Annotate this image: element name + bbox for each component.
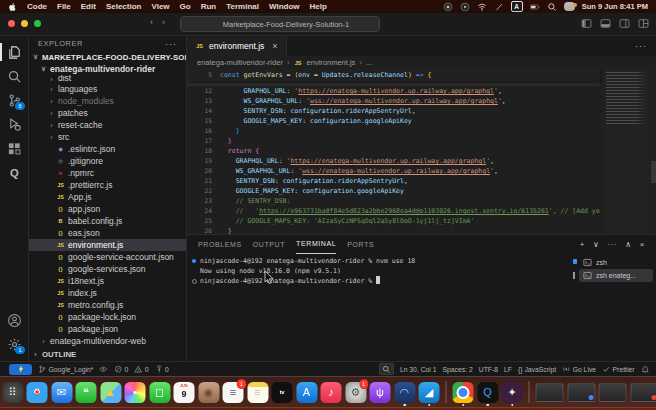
breadcrumb-item[interactable]: ... — [366, 58, 372, 67]
dock-maps[interactable]: ▲ — [100, 382, 121, 403]
panel-more-icon[interactable]: ··· — [607, 240, 617, 249]
go-live-icon[interactable]: Go Live — [562, 365, 596, 374]
dock-mail[interactable]: ✉ — [51, 382, 72, 403]
menu-item-help[interactable]: Help — [310, 2, 327, 11]
tree-item-eas-json[interactable]: {}eas.json — [29, 227, 186, 239]
dock-music[interactable]: ♪ — [321, 382, 342, 403]
dock-slack[interactable]: ✦ — [502, 382, 523, 403]
history-back-button[interactable]: ‹ — [150, 17, 153, 27]
dock-app-store[interactable]: A — [296, 382, 317, 403]
dock-minimized-window[interactable] — [567, 383, 595, 402]
menu-item-window[interactable]: Window — [269, 2, 300, 11]
apple-menu-icon[interactable] — [8, 2, 17, 12]
tree-item-reset-cache[interactable]: ›reset-cache — [29, 119, 186, 131]
tree-item-package-json[interactable]: {}package.json — [29, 323, 186, 335]
tree-item--npmrc[interactable]: n.npmrc — [29, 167, 186, 179]
panel-tab-output[interactable]: OUTPUT — [253, 235, 285, 253]
tree-root-folder[interactable]: ∨MARKETPLACE-FOOD-DELIVERY-SOLUTION-1 — [29, 51, 186, 63]
tree-item--eslintrc-json[interactable]: ◆.eslintrc.json — [29, 143, 186, 155]
code-editor[interactable]: 5const getEnvVars = (env = Updates.relea… — [187, 69, 656, 234]
dock-minimized-window[interactable] — [599, 383, 627, 402]
toggle-sidebar-icon[interactable] — [581, 18, 592, 29]
activitybar-explorer-files-icon[interactable] — [3, 41, 25, 63]
breadcrumb-item[interactable]: environment.js — [307, 58, 356, 67]
dock-launchpad[interactable]: ⠿ — [2, 382, 23, 403]
panel-tab-ports[interactable]: PORTS — [347, 235, 374, 253]
tab-environment-js[interactable]: JS environment.js × — [187, 36, 287, 56]
remote-bolt-icon[interactable] — [9, 364, 32, 375]
dock-contacts[interactable]: ◉ — [198, 382, 219, 403]
wifi-icon[interactable] — [477, 2, 487, 12]
explorer-more-actions[interactable]: ··· — [165, 39, 177, 49]
tree-item--prettierrc-js[interactable]: JS.prettierrc.js — [29, 179, 186, 191]
dock-minimized-window[interactable] — [536, 383, 564, 402]
activitybar-account-icon[interactable] — [3, 309, 25, 331]
dock-system-settings[interactable]: ⚙1 — [345, 382, 366, 403]
menu-item-run[interactable]: Run — [201, 2, 217, 11]
menu-item-view[interactable]: View — [151, 2, 169, 11]
activitybar-run-debug-icon[interactable] — [3, 113, 25, 135]
dock-photos[interactable]: • — [125, 382, 146, 403]
terminal-output[interactable]: ninjascode-4@192 enatega-multivendor-rid… — [187, 256, 576, 361]
dock-facetime[interactable]: ◻ — [149, 382, 170, 403]
status-spaces-2[interactable]: Spaces: 2 — [443, 366, 473, 373]
panel-tab-problems[interactable]: PROBLEMS — [198, 235, 242, 253]
activitybar-search-icon[interactable] — [3, 65, 25, 87]
dock-reminders[interactable]: ≡1 — [223, 382, 244, 403]
tree-item-google-service-account-json[interactable]: {}google-service-account.json — [29, 251, 186, 263]
window-controls[interactable] — [8, 20, 41, 27]
new-terminal-icon[interactable]: + — [580, 240, 585, 249]
input-source-icon[interactable]: A — [511, 1, 523, 12]
prettier-check-icon[interactable]: Prettier — [602, 365, 634, 374]
panel-maximize-icon[interactable]: ∧ — [625, 240, 631, 249]
tree-item-app-json[interactable]: {}app.json — [29, 203, 186, 215]
eye-icon[interactable] — [99, 365, 108, 374]
tree-item-node-modules[interactable]: ›node_modules — [29, 95, 186, 107]
tree-item-dist[interactable]: ›dist — [29, 75, 186, 83]
status-ln-30-col-1[interactable]: Ln 30, Col 1 — [400, 366, 437, 373]
dock-chrome[interactable] — [453, 382, 474, 403]
dock-podcasts[interactable]: ψ — [370, 382, 391, 403]
user-profile-icon[interactable] — [564, 2, 575, 11]
dock-calendar[interactable]: JUN9 — [174, 382, 195, 403]
close-window-button[interactable] — [8, 20, 15, 27]
tree-folder-enatega-multivendor-rider[interactable]: ∨enatega-multivendor-rider — [29, 63, 186, 75]
terminal-instance-zsh-enateg-[interactable]: zsh enateg... — [579, 269, 653, 282]
toggle-panel-icon[interactable] — [600, 18, 611, 29]
ports-forwarded-icon[interactable]: 0 — [155, 365, 169, 374]
section-outline[interactable]: ›OUTLINE — [29, 348, 186, 360]
editor-scrollbar[interactable] — [651, 161, 656, 183]
pen-icon[interactable] — [494, 2, 504, 12]
customize-layout-icon[interactable] — [638, 18, 649, 29]
spotlight-search-icon[interactable] — [547, 2, 557, 12]
menu-item-file[interactable]: File — [57, 2, 71, 11]
zoom-window-button[interactable] — [34, 20, 41, 27]
tree-item-src[interactable]: ›src — [29, 131, 186, 143]
dock-blue-dev-app[interactable]: ◠ — [394, 382, 415, 403]
dock-apple-tv[interactable]: tv — [272, 382, 293, 403]
tree-item-google-services-json[interactable]: {}google-services.json — [29, 263, 186, 275]
dock-safari[interactable]: ✶ — [27, 382, 48, 403]
menu-item-edit[interactable]: Edit — [81, 2, 96, 11]
panel-tab-terminal[interactable]: TERMINAL — [296, 235, 336, 254]
git-branch-icon[interactable]: Google_Login* — [38, 365, 93, 374]
menu-item-code[interactable]: Code — [27, 2, 47, 11]
status-utf-8[interactable]: UTF-8 — [479, 366, 498, 373]
tree-item-app-js[interactable]: JSApp.js — [29, 191, 186, 203]
screencast-icon[interactable] — [379, 363, 394, 376]
tree-item-environment-js[interactable]: JSenvironment.js — [29, 239, 186, 251]
dock-notes[interactable]: ≡ — [247, 382, 268, 403]
tab-close-icon[interactable]: × — [272, 41, 277, 51]
dock-messages[interactable]: ❝ — [76, 382, 97, 403]
screen-record-icon[interactable] — [460, 2, 470, 12]
activitybar-settings-gear-icon[interactable]: 1 — [3, 333, 25, 355]
tree-item-package-lock-json[interactable]: {}package-lock.json — [29, 311, 186, 323]
dock-quicktime[interactable]: Q — [477, 382, 498, 403]
dock-vscode[interactable]: ◢ — [419, 382, 440, 403]
tree-item-patches[interactable]: ›patches — [29, 107, 186, 119]
status-lf[interactable]: LF — [504, 366, 512, 373]
tree-item-index-js[interactable]: JSindex.js — [29, 287, 186, 299]
split-editor-icon[interactable] — [616, 41, 626, 51]
terminal-instance-zsh[interactable]: zsh — [579, 256, 653, 269]
tree-item-i18next-js[interactable]: JSi18next.js — [29, 275, 186, 287]
